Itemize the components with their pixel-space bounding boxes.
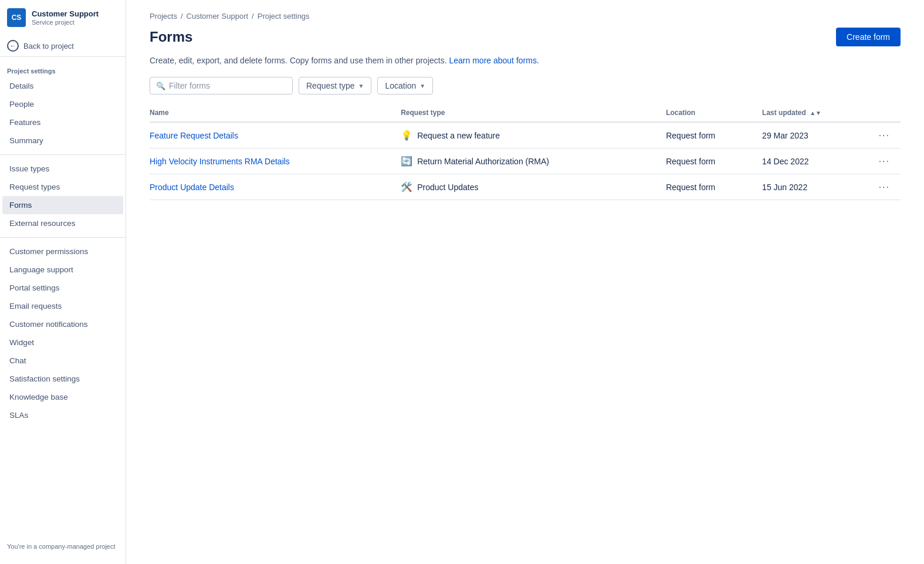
sidebar-item-request-types[interactable]: Request types [2,178,123,196]
sidebar-item-knowledge-base[interactable]: Knowledge base [2,388,123,406]
more-menu-button[interactable]: ··· [875,128,893,143]
cell-request-type: 🛠️Product Updates [401,174,666,200]
col-location: Location [666,104,762,122]
project-avatar: CS [7,8,26,27]
sidebar-item-satisfaction-settings[interactable]: Satisfaction settings [2,370,123,388]
section-header: Project settings [0,62,126,77]
cell-location: Request form [666,148,762,174]
cell-more-menu: ··· [875,148,901,174]
search-input[interactable] [169,81,286,90]
project-name: Customer Support [32,9,99,19]
cell-request-type: 💡Request a new feature [401,122,666,148]
cell-form-name: Product Update Details [150,174,401,200]
sidebar-item-issue-types[interactable]: Issue types [2,160,123,178]
sidebar-item-people[interactable]: People [2,95,123,113]
form-name-link[interactable]: High Velocity Instruments RMA Details [150,157,290,166]
sidebar-footer: You're in a company-managed project [0,538,126,555]
sidebar: CS Customer Support Service project ← Ba… [0,0,126,564]
project-info: Customer Support Service project [32,9,99,26]
cell-last-updated: 29 Mar 2023 [762,122,875,148]
breadcrumb-customer-support[interactable]: Customer Support [187,12,249,21]
back-to-project[interactable]: ← Back to project [0,35,126,57]
cell-location: Request form [666,174,762,200]
cell-request-type: 🔄Return Material Authorization (RMA) [401,148,666,174]
cell-more-menu: ··· [875,122,901,148]
sidebar-item-customer-permissions[interactable]: Customer permissions [2,242,123,261]
breadcrumb-projects[interactable]: Projects [150,12,177,21]
sidebar-item-slas[interactable]: SLAs [2,406,123,424]
cell-more-menu: ··· [875,174,901,200]
create-form-button[interactable]: Create form [836,28,901,46]
chevron-down-icon-2: ▼ [419,83,425,89]
col-request-type: Request type [401,104,666,122]
request-type-icon: 🔄 [401,156,412,167]
request-type-text: Return Material Authorization (RMA) [417,157,549,166]
col-last-updated: Last updated ▲▼ [762,104,875,122]
page-header: Forms Create form [150,28,901,46]
request-type-text: Request a new feature [417,131,500,140]
cell-last-updated: 15 Jun 2022 [762,174,875,200]
main-content: Projects / Customer Support / Project se… [126,0,924,564]
form-name-link[interactable]: Feature Request Details [150,131,238,140]
cell-last-updated: 14 Dec 2022 [762,148,875,174]
col-actions [875,104,901,122]
forms-table: Name Request type Location Last updated … [150,104,901,200]
back-icon: ← [7,40,19,52]
sidebar-item-email-requests[interactable]: Email requests [2,297,123,315]
cell-form-name: Feature Request Details [150,122,401,148]
location-label: Location [385,81,416,90]
sidebar-divider [0,154,126,155]
request-type-label: Request type [306,81,355,90]
sidebar-item-details[interactable]: Details [2,77,123,95]
page-title: Forms [150,29,192,45]
sidebar-item-features[interactable]: Features [2,113,123,131]
request-type-dropdown[interactable]: Request type ▼ [299,77,371,94]
table-head: Name Request type Location Last updated … [150,104,901,122]
table-header-row: Name Request type Location Last updated … [150,104,901,122]
col-name: Name [150,104,401,122]
request-type-icon: 🛠️ [401,181,412,192]
sidebar-item-external-resources[interactable]: External resources [2,214,123,232]
cell-location: Request form [666,122,762,148]
description-text: Create, edit, export, and delete forms. … [150,56,447,65]
sidebar-divider [0,237,126,238]
search-icon: 🔍 [156,82,165,90]
breadcrumb-sep-2: / [252,12,254,21]
chevron-down-icon: ▼ [358,83,364,89]
sidebar-item-language-support[interactable]: Language support [2,261,123,279]
learn-more-link[interactable]: Learn more about forms. [449,56,539,65]
request-type-text: Product Updates [417,183,478,192]
project-type: Service project [32,19,99,26]
sidebar-header: CS Customer Support Service project [0,0,126,35]
sidebar-item-summary[interactable]: Summary [2,131,123,150]
filters-row: 🔍 Request type ▼ Location ▼ [150,77,901,94]
sidebar-item-customer-notifications[interactable]: Customer notifications [2,315,123,333]
table-body: Feature Request Details💡Request a new fe… [150,122,901,200]
form-name-link[interactable]: Product Update Details [150,183,234,192]
back-label: Back to project [23,42,74,50]
more-menu-button[interactable]: ··· [875,154,893,168]
table-row: Product Update Details🛠️Product UpdatesR… [150,174,901,200]
sidebar-item-portal-settings[interactable]: Portal settings [2,279,123,297]
sidebar-item-forms[interactable]: Forms [2,196,123,214]
breadcrumb-sep-1: / [181,12,183,21]
location-dropdown[interactable]: Location ▼ [377,77,433,94]
sidebar-item-chat[interactable]: Chat [2,352,123,370]
table-row: Feature Request Details💡Request a new fe… [150,122,901,148]
breadcrumb-current: Project settings [258,12,310,21]
search-filter: 🔍 [150,77,293,94]
more-menu-button[interactable]: ··· [875,180,893,194]
breadcrumb: Projects / Customer Support / Project se… [150,12,901,21]
page-description: Create, edit, export, and delete forms. … [150,56,901,65]
cell-form-name: High Velocity Instruments RMA Details [150,148,401,174]
table-row: High Velocity Instruments RMA Details🔄Re… [150,148,901,174]
sidebar-nav: DetailsPeopleFeaturesSummaryIssue typesR… [0,77,126,424]
sidebar-item-widget[interactable]: Widget [2,333,123,352]
sort-icon: ▲▼ [810,110,821,116]
request-type-icon: 💡 [401,130,412,141]
